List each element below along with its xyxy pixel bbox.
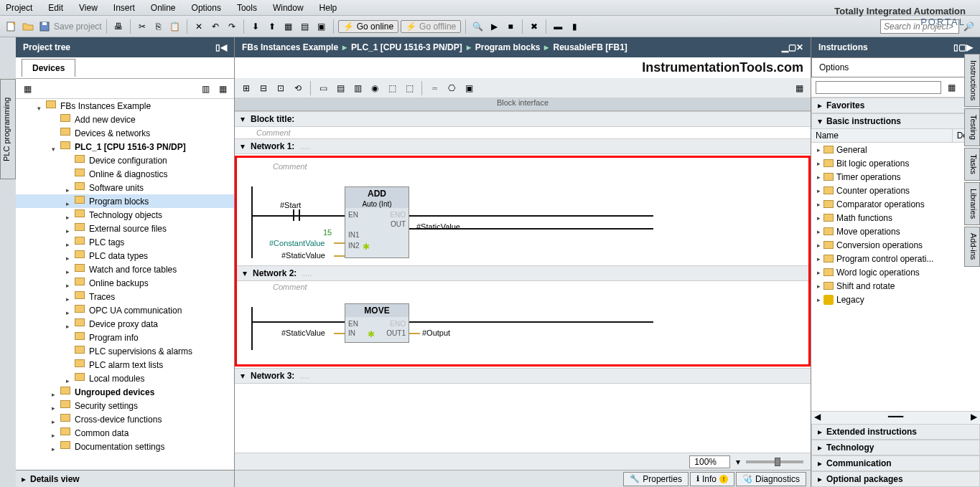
tree-view1-icon[interactable]: ▥ [199,82,213,96]
hscroll[interactable]: ◀━━━▶ [811,411,980,424]
close-icon[interactable]: ✕ [796,42,803,52]
tree-item[interactable]: Program info [16,331,234,344]
instruction-category[interactable]: ▸Counter operations [811,184,980,197]
tree-item[interactable]: Device proxy data [16,317,234,331]
go-offline-button[interactable]: ⚡Go offline [401,20,461,33]
et-icon[interactable]: ⬚ [385,81,399,95]
et-icon[interactable]: ▥ [350,81,365,95]
split-h-icon[interactable]: ▬ [551,19,565,34]
tree-item[interactable]: Add new device [16,113,234,126]
technology-accordion[interactable]: ▸Technology [811,440,980,455]
favorites-accordion[interactable]: ▸Favorites [811,98,980,113]
tree-item[interactable]: Ungrouped devices [16,385,234,399]
et-icon[interactable]: ⊟ [256,81,271,95]
et-icon[interactable]: ⎓ [427,81,442,95]
rtab-tasks[interactable]: Tasks [964,148,980,181]
instruction-category[interactable]: ▸General [811,143,980,156]
tree-view2-icon[interactable]: ▦ [215,82,230,96]
tree-item[interactable]: PLC supervisions & alarms [16,344,234,358]
dock-icon[interactable]: ▢ [958,42,966,52]
instruction-category[interactable]: ▸Move operations [811,224,980,238]
instruction-category[interactable]: ▸Comparator operations [811,197,980,211]
pin-icon[interactable]: ▯ [215,42,220,52]
details-view-bar[interactable]: ▸Details view [16,470,234,487]
tree-item[interactable]: Common data [16,426,234,440]
instruction-list[interactable]: ▸General▸Bit logic operations▸Timer oper… [811,143,980,411]
add-block[interactable]: ADD Auto (Int) ENENO OUT IN1 IN2✱ [345,186,409,258]
instruction-category[interactable]: ▸Bit logic operations [811,156,980,170]
new-project-icon[interactable] [4,19,19,34]
rtab-instructions[interactable]: Instructions [964,54,980,107]
paste-icon[interactable]: 📋 [168,19,182,34]
menu-tools[interactable]: Tools [237,3,257,13]
instruction-category[interactable]: ▸Math functions [811,211,980,224]
compile-icon[interactable]: ▦ [281,19,296,34]
project-tree[interactable]: FBs Instances Example Add new deviceDevi… [16,99,234,470]
tree-root[interactable]: FBs Instances Example [16,99,234,113]
constant-label[interactable]: #ConstantValue [269,239,325,247]
basic-accordion[interactable]: ▾Basic instructions [811,113,980,129]
properties-tab[interactable]: 🔧Properties [623,472,689,486]
filter-icon[interactable]: ▦ [944,80,958,95]
net2-comment[interactable]: Comment [251,281,801,293]
split-v-icon[interactable]: ▮ [567,19,582,34]
block-interface-bar[interactable]: Block interface [235,98,811,111]
net1-comment[interactable]: Comment [251,161,801,172]
instruction-category[interactable]: ▸Timer operations [811,170,980,184]
info-tab[interactable]: ℹInfo! [690,472,734,486]
menu-edit[interactable]: Edit [48,3,63,13]
et-icon[interactable]: ⎔ [444,81,459,95]
tree-item[interactable]: Program blocks [16,194,234,208]
tree-item[interactable]: PLC data types [16,249,234,263]
collapse-icon[interactable]: ◀ [220,42,227,52]
menu-window[interactable]: Window [273,3,304,13]
maximize-icon[interactable]: ▢ [788,42,796,52]
redo-icon[interactable]: ↷ [225,19,239,34]
instruction-search[interactable] [816,81,941,94]
cross-ref-icon[interactable]: ✖ [527,19,541,34]
start-cpu-icon[interactable]: ▶ [487,19,501,34]
tree-item[interactable]: Technology objects [16,208,234,222]
constant-value[interactable]: 15 [323,228,332,237]
menu-insert[interactable]: Insert [113,3,135,13]
tree-item[interactable]: OPC UA communication [16,303,234,317]
start-tag[interactable]: #Start [280,201,301,209]
tree-item[interactable]: Local modules [16,372,234,385]
diagnostics-tab[interactable]: 🩺Diagnostics [736,472,806,486]
instruction-category[interactable]: ▸Word logic operations [811,265,980,279]
open-project-icon[interactable] [21,19,35,34]
zoom-select[interactable]: 100% [689,455,730,468]
save-project-label[interactable]: Save project [54,22,102,32]
menu-view[interactable]: View [79,3,98,13]
undo-icon[interactable]: ↶ [208,19,223,34]
network2-ladder[interactable]: MOVE ENENO IN✱OUT1 #StaticValue #Output [251,293,801,357]
et-icon[interactable]: ⊡ [274,81,288,95]
tree-item[interactable]: Cross-device functions [16,412,234,426]
accessible-devices-icon[interactable]: 🔍 [470,19,485,34]
move-in-label[interactable]: #StaticValue [281,328,325,337]
hwconfig-icon[interactable]: ▤ [298,19,312,34]
tree-item[interactable]: Watch and force tables [16,263,234,276]
tree-toolbar-icon[interactable]: ▦ [20,82,34,96]
menu-options[interactable]: Options [192,3,221,13]
et-icon[interactable]: ▤ [333,81,347,95]
devices-tab[interactable]: Devices [22,59,75,77]
download-icon[interactable]: ⬇ [248,19,263,34]
instruction-category[interactable]: ▸Legacy [811,293,980,306]
tree-item[interactable]: External source files [16,222,234,235]
static-in-label[interactable]: #StaticValue [281,251,325,260]
menu-project[interactable]: Project [6,3,32,13]
zoom-slider[interactable] [746,460,803,463]
et-icon[interactable]: ▦ [792,81,806,95]
et-icon[interactable]: ◉ [368,81,382,95]
move-out-label[interactable]: #Output [422,328,450,337]
copy-icon[interactable]: ⎘ [151,19,166,34]
upload-icon[interactable]: ⬆ [265,19,279,34]
rtab-addins[interactable]: Add-ins [964,227,980,266]
network3-header[interactable]: ▾Network 3:.... [235,368,811,384]
et-icon[interactable]: ▣ [462,81,476,95]
delete-icon[interactable]: ✕ [192,19,206,34]
tree-item[interactable]: Device configuration [16,153,234,167]
tree-item[interactable]: PLC_1 [CPU 1516-3 PN/DP] [16,140,234,153]
tree-item[interactable]: Online & diagnostics [16,167,234,181]
